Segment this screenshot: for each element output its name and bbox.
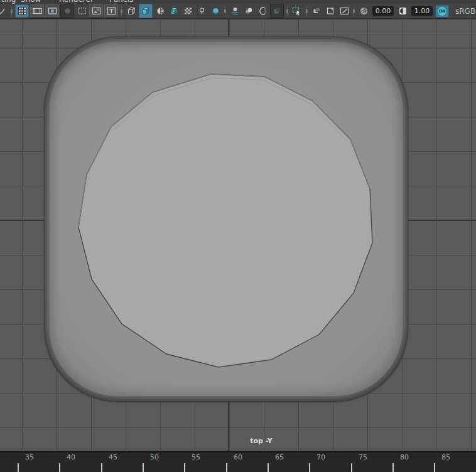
wireframe-on-shaded-icon	[156, 6, 165, 16]
shadows-toggle-button[interactable]	[209, 4, 222, 18]
colorspace-on-button[interactable]: ON	[435, 5, 449, 18]
frame-label: 55	[185, 453, 207, 461]
timeline-tick	[101, 463, 102, 472]
use-default-material-button[interactable]	[181, 4, 194, 18]
wireframe-cube-icon	[127, 6, 136, 16]
timeline-tick	[309, 463, 310, 472]
timeline-tick	[392, 463, 394, 472]
disc-mesh[interactable]	[78, 74, 372, 367]
disc-mesh-layer	[0, 19, 476, 451]
timeline-tick	[143, 463, 144, 472]
frame-label: 85	[435, 453, 457, 461]
anti-aliasing-icon	[258, 6, 268, 16]
frame-label: 40	[60, 453, 82, 461]
timeline-tick	[184, 463, 185, 472]
exposure-field[interactable]: 0.00	[372, 6, 394, 16]
toolbar-separator	[9, 6, 14, 16]
gamma-field[interactable]: 1.00	[411, 6, 433, 16]
multisample-icon	[273, 6, 282, 16]
camera-gate-button[interactable]	[45, 4, 59, 18]
anti-aliasing-toggle-button[interactable]	[256, 4, 269, 18]
timeline-tick	[434, 463, 435, 472]
image-plane-button[interactable]	[89, 4, 103, 18]
shaded-mode-button[interactable]	[139, 4, 153, 18]
on-badge: ON	[438, 7, 446, 16]
exposure-aperture-icon	[359, 6, 369, 16]
image-plane-icon	[92, 6, 101, 16]
resolution-gate-button[interactable]	[75, 4, 88, 18]
viewport-toolbar: 0.00 1.00 ON sRGB gamma	[0, 4, 476, 19]
film-gate-icon	[33, 6, 42, 16]
isolate-select-button[interactable]	[291, 4, 303, 18]
frame-label: 60	[227, 453, 249, 461]
lights-toggle-button[interactable]	[195, 4, 208, 18]
grease-pencil-button[interactable]	[338, 4, 350, 18]
exposure-button[interactable]	[357, 4, 370, 18]
grid-toggle-button[interactable]	[15, 4, 29, 18]
frame-label: 80	[393, 453, 416, 461]
tool-button[interactable]	[0, 4, 8, 18]
multisample-button[interactable]	[270, 4, 284, 18]
timeline-tick	[226, 463, 227, 472]
ssao-toggle-button[interactable]	[229, 4, 241, 18]
toolbar-separator	[285, 6, 289, 16]
timeline-tick	[351, 463, 352, 472]
colorspace-label: sRGB gamma	[455, 7, 476, 16]
toolbar-separator	[305, 6, 309, 16]
frame-label: 65	[268, 453, 291, 461]
motion-blur-toggle-button[interactable]	[242, 4, 255, 18]
textured-cube-icon	[170, 6, 179, 16]
grease-pencil-icon	[340, 6, 349, 16]
frame-label: 35	[18, 453, 41, 461]
frame-label: 75	[352, 453, 374, 461]
xray-squares-icon	[312, 6, 322, 16]
timeline-tick	[268, 463, 269, 472]
grid-icon	[18, 6, 27, 16]
textured-mode-button[interactable]	[168, 4, 180, 18]
xray-button[interactable]	[310, 4, 323, 18]
gate-mask-button[interactable]	[60, 4, 74, 18]
corner-flip-icon	[326, 6, 335, 16]
gamma-button[interactable]	[396, 4, 409, 18]
gate-mask-icon	[63, 6, 72, 16]
frame-label: 70	[310, 453, 332, 461]
motion-blur-icon	[244, 6, 254, 16]
tool-icon	[0, 6, 7, 16]
camera-gate-icon	[48, 6, 57, 16]
shaded-cube-icon	[141, 6, 151, 16]
wireframe-mode-button[interactable]	[125, 4, 138, 18]
checker-material-icon	[183, 6, 193, 16]
toolbar-separator	[352, 6, 356, 16]
time-slider[interactable]: 35 40 45 50 55 60 65 70 75 80 85	[0, 453, 476, 472]
frame-label: 50	[143, 453, 166, 461]
shadow-sphere-icon	[211, 6, 220, 16]
toolbar-separator	[223, 6, 227, 16]
resolution-gate-icon	[77, 6, 87, 16]
timeline-tick	[18, 463, 19, 472]
contrast-icon	[398, 6, 408, 16]
toolbar-separator	[119, 6, 124, 16]
frame-label: 45	[102, 453, 124, 461]
camera-label: top -Y	[239, 437, 284, 445]
backface-button[interactable]	[324, 4, 337, 18]
hud-text-icon	[107, 6, 116, 16]
light-bulb-icon	[197, 6, 207, 16]
timeline-tick	[59, 463, 60, 472]
ssao-icon	[230, 6, 240, 16]
maya-window: { "menu": { "items": ["ting", "Show", "R…	[0, 0, 476, 472]
exposure-gamma-group: 0.00 1.00 ON sRGB gamma	[357, 4, 476, 18]
viewport[interactable]: top -Y	[0, 19, 476, 451]
hud-toggle-button[interactable]	[104, 4, 118, 18]
isolate-select-icon	[292, 6, 302, 16]
wireframe-on-shaded-button[interactable]	[154, 4, 166, 18]
film-gate-button[interactable]	[30, 4, 44, 18]
